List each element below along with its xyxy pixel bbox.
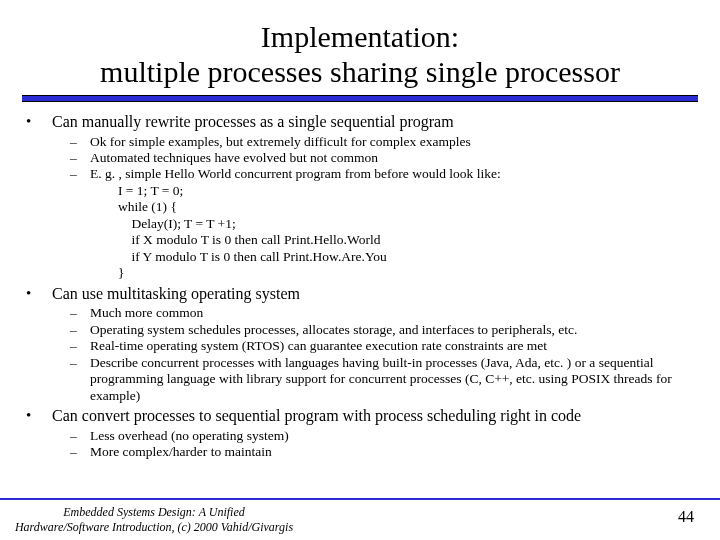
list-item: –Operating system schedules processes, a… xyxy=(70,322,698,338)
slide-title: Implementation: multiple processes shari… xyxy=(22,20,698,89)
code-line: I = 1; T = 0; xyxy=(118,183,698,199)
dash-icon: – xyxy=(70,444,90,460)
bullet-dot-icon: • xyxy=(22,112,52,132)
dash-icon: – xyxy=(70,355,90,404)
title-underline xyxy=(22,95,698,102)
bullet-dot-icon: • xyxy=(22,284,52,304)
sub-text: Less overhead (no operating system) xyxy=(90,428,289,444)
sub-text: Ok for simple examples, but extremely di… xyxy=(90,134,471,150)
bullet-2: • Can use multitasking operating system xyxy=(22,284,698,304)
sub-text: Much more common xyxy=(90,305,203,321)
sub-text: Real-time operating system (RTOS) can gu… xyxy=(90,338,547,354)
code-line: Delay(I); T = T +1; xyxy=(118,216,698,232)
dash-icon: – xyxy=(70,150,90,166)
title-line-1: Implementation: xyxy=(261,20,459,53)
list-item: –Much more common xyxy=(70,305,698,321)
list-item: –Describe concurrent processes with lang… xyxy=(70,355,698,404)
bullet-3-text: Can convert processes to sequential prog… xyxy=(52,406,581,426)
footer-line-1: Embedded Systems Design: A Unified xyxy=(63,505,245,519)
dash-icon: – xyxy=(70,428,90,444)
bullet-2-sublist: –Much more common –Operating system sche… xyxy=(70,305,698,404)
dash-icon: – xyxy=(70,305,90,321)
sub-text: Operating system schedules processes, al… xyxy=(90,322,577,338)
bullet-1-text: Can manually rewrite processes as a sing… xyxy=(52,112,454,132)
bullet-2-text: Can use multitasking operating system xyxy=(52,284,300,304)
list-item: –Ok for simple examples, but extremely d… xyxy=(70,134,698,150)
footer-citation: Embedded Systems Design: A Unified Hardw… xyxy=(14,505,294,534)
code-line: } xyxy=(118,265,698,281)
page-number: 44 xyxy=(678,508,694,526)
footer-rule xyxy=(0,498,720,500)
code-line: if X modulo T is 0 then call Print.Hello… xyxy=(118,232,698,248)
code-block: I = 1; T = 0; while (1) { Delay(I); T = … xyxy=(118,183,698,282)
dash-icon: – xyxy=(70,134,90,150)
bullet-1: • Can manually rewrite processes as a si… xyxy=(22,112,698,132)
list-item: –Less overhead (no operating system) xyxy=(70,428,698,444)
slide: Implementation: multiple processes shari… xyxy=(0,0,720,540)
footer-line-2: Hardware/Software Introduction, (c) 2000… xyxy=(15,520,293,534)
slide-body: • Can manually rewrite processes as a si… xyxy=(22,112,698,461)
bullet-3-sublist: –Less overhead (no operating system) –Mo… xyxy=(70,428,698,461)
code-line: if Y modulo T is 0 then call Print.How.A… xyxy=(118,249,698,265)
code-line: while (1) { xyxy=(118,199,698,215)
sub-text: Automated techniques have evolved but no… xyxy=(90,150,378,166)
list-item: –More complex/harder to maintain xyxy=(70,444,698,460)
list-item: –Automated techniques have evolved but n… xyxy=(70,150,698,166)
bullet-3: • Can convert processes to sequential pr… xyxy=(22,406,698,426)
title-line-2: multiple processes sharing single proces… xyxy=(100,55,620,88)
list-item: –Real-time operating system (RTOS) can g… xyxy=(70,338,698,354)
dash-icon: – xyxy=(70,322,90,338)
dash-icon: – xyxy=(70,338,90,354)
sub-text: Describe concurrent processes with langu… xyxy=(90,355,698,404)
dash-icon: – xyxy=(70,166,90,182)
sub-text: E. g. , simple Hello World concurrent pr… xyxy=(90,166,501,182)
bullet-1-sublist: –Ok for simple examples, but extremely d… xyxy=(70,134,698,183)
bullet-dot-icon: • xyxy=(22,406,52,426)
list-item: –E. g. , simple Hello World concurrent p… xyxy=(70,166,698,182)
sub-text: More complex/harder to maintain xyxy=(90,444,272,460)
